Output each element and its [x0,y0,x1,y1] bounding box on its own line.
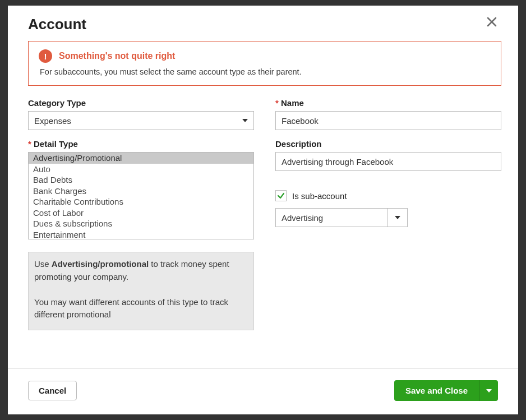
list-item[interactable]: Dues & subscriptions [29,218,253,229]
list-item[interactable]: Entertainment [29,229,253,240]
category-type-field: Category Type Expenses [28,98,254,130]
list-item[interactable]: Bank Charges [29,186,253,197]
chevron-down-icon [395,216,400,219]
account-modal: Account ! Something's not quite right Fo… [8,6,518,414]
save-button-group: Save and Close [394,380,498,401]
parent-account-row: Advertising [275,208,501,227]
category-type-value: Expenses [34,116,71,126]
form-columns: Category Type Expenses Detail Type Adver… [28,98,501,330]
save-and-close-button[interactable]: Save and Close [394,380,479,401]
modal-title: Account [28,16,86,33]
list-item[interactable]: Charitable Contributions [29,196,253,207]
chevron-down-icon [242,119,248,122]
alert-header-row: ! Something's not quite right [39,49,491,63]
list-item[interactable]: Bad Debts [29,174,253,186]
name-label: Name [275,98,501,108]
save-dropdown-button[interactable] [479,380,498,401]
sub-account-label: Is sub-account [292,191,347,201]
list-item[interactable]: Auto [29,164,253,175]
cancel-button[interactable]: Cancel [28,381,77,400]
category-type-label: Category Type [28,98,254,108]
close-button[interactable] [486,16,498,30]
list-item[interactable]: Cost of Labor [29,207,253,219]
name-input[interactable] [275,111,501,130]
chevron-down-icon [486,389,492,393]
detail-type-listbox[interactable]: Advertising/PromotionalAutoBad DebtsBank… [28,152,254,239]
description-input[interactable] [275,152,501,171]
list-item[interactable]: Advertising/Promotional [29,153,253,164]
left-column: Category Type Expenses Detail Type Adver… [28,98,254,330]
parent-account-value: Advertising [282,213,323,223]
sub-account-checkbox[interactable] [275,190,287,201]
sub-account-row: Is sub-account [275,190,501,201]
modal-body[interactable]: ! Something's not quite right For subacc… [28,38,515,340]
description-field: Description [275,139,501,171]
close-icon [486,16,498,28]
modal-body-wrap: ! Something's not quite right For subacc… [8,38,518,366]
alert-message: For subaccounts, you must select the sam… [39,67,491,76]
detail-type-label: Detail Type [28,139,254,149]
parent-account-select[interactable]: Advertising [275,208,387,227]
right-column: Name Description Is sub-account [275,98,501,330]
category-type-select[interactable]: Expenses [28,111,254,130]
detail-help-panel[interactable]: Use Advertising/promotional to track mon… [28,252,254,330]
help-prefix: Use [34,259,52,269]
name-field: Name [275,98,501,130]
detail-help-text-1: Use Advertising/promotional to track mon… [34,258,246,283]
detail-help-text-2: You may want different accounts of this … [34,296,246,321]
alert-icon: ! [39,49,52,63]
modal-footer: Cancel Save and Close [8,368,518,414]
help-bold: Advertising/promotional [52,259,149,269]
error-alert: ! Something's not quite right For subacc… [28,41,501,86]
check-icon [277,192,285,200]
alert-title: Something's not quite right [59,51,175,61]
modal-header: Account [8,6,518,38]
detail-type-field: Detail Type Advertising/PromotionalAutoB… [28,139,254,239]
description-label: Description [275,139,501,149]
parent-account-caret[interactable] [387,208,408,227]
